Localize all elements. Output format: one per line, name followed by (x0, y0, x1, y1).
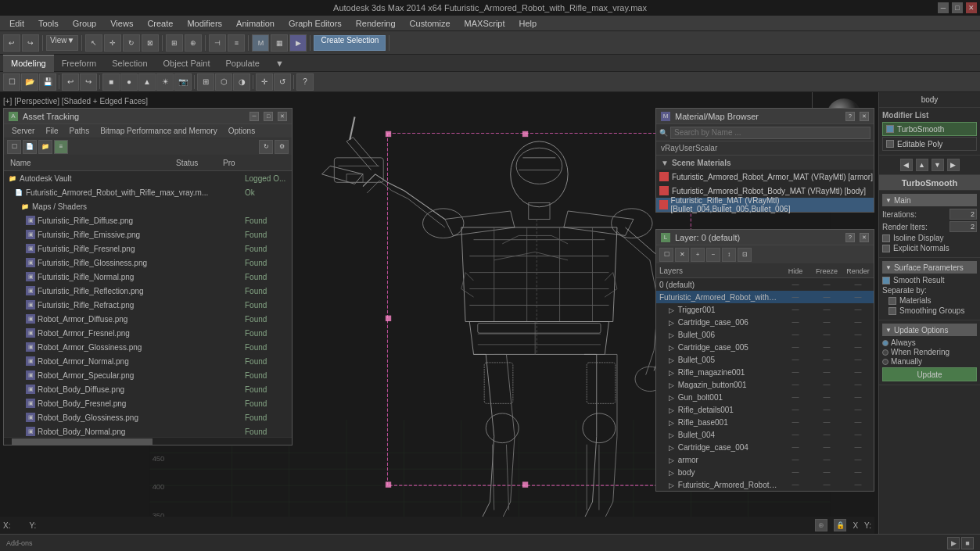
layer-item[interactable]: ▷ Bullet_004 — — — (656, 428, 874, 441)
snap-btn[interactable]: ⊞ (166, 34, 183, 52)
asset-settings-btn[interactable]: ⚙ (275, 140, 289, 154)
menu-item-rendering[interactable]: Rendering (350, 17, 402, 30)
snap2-btn[interactable]: ⊕ (185, 34, 202, 52)
tree-item[interactable]: ▣Robot_Body_Fresnel.pngFound (4, 396, 292, 410)
tree-item[interactable]: ▣Futuristic_Rifle_Fresnel.pngFound (4, 242, 292, 256)
icon-undo[interactable]: ↩ (62, 73, 79, 91)
nav-down-btn[interactable]: ▼ (932, 159, 944, 171)
icon-grid[interactable]: ⊞ (197, 73, 214, 91)
tree-item[interactable]: ▣Robot_Armor_Glossiness.pngFound (4, 340, 292, 354)
tree-item[interactable]: ▣Futuristic_Rifle_Reflection.pngFound (4, 284, 292, 298)
tree-root[interactable]: 📁Autodesk VaultLogged O... (4, 171, 292, 185)
navigate-btn[interactable]: ⊕ (815, 519, 827, 531)
menu-item-tools[interactable]: Tools (32, 17, 65, 30)
filter-dropdown[interactable]: View▼ (46, 35, 78, 51)
nav-left-btn[interactable]: ◀ (900, 159, 913, 171)
stop-btn[interactable]: ■ (961, 537, 974, 549)
tree-item[interactable]: ▣Futuristic_Rifle_Diffuse.pngFound (4, 213, 292, 227)
asset-scrollbar[interactable] (4, 437, 292, 445)
rotate-btn[interactable]: ↻ (123, 34, 140, 52)
asset-panel-maximize[interactable]: □ (264, 112, 273, 121)
asset-menu-bitmap-performance-and-memory[interactable]: Bitmap Performance and Memory (95, 126, 222, 136)
layer-item[interactable]: ▷ Bullet_006 — — — (656, 328, 874, 341)
nav-right-btn[interactable]: ▶ (947, 159, 960, 171)
icon-shaded[interactable]: ◑ (233, 73, 250, 91)
tree-item[interactable]: ▣Futuristic_Rifle_Glossiness.pngFound (4, 256, 292, 270)
nav-controls[interactable]: ▶ ■ (947, 537, 974, 549)
tab-object-paint[interactable]: Object Paint (156, 55, 218, 72)
icon-camera[interactable]: 📷 (174, 73, 192, 91)
icon-rotate2[interactable]: ↺ (274, 73, 291, 91)
isoline-checkbox[interactable] (882, 234, 890, 242)
render-btn[interactable]: ▶ (289, 34, 307, 52)
icon-sphere[interactable]: ● (120, 73, 138, 91)
layer-item[interactable]: 0 (default) — — — (656, 278, 874, 291)
materials-checkbox[interactable] (888, 297, 896, 305)
menu-item-group[interactable]: Group (66, 17, 103, 30)
layer-item[interactable]: ▷ Futuristic_Armored_Robot_with_Rifle — … (656, 478, 874, 491)
redo-btn[interactable]: ↪ (22, 34, 39, 52)
ts-main-toggle[interactable]: ▼ Main (882, 194, 977, 206)
window-controls[interactable]: ─ □ ✕ (938, 2, 977, 13)
asset-panel-minimize[interactable]: ─ (249, 112, 259, 121)
move-btn[interactable]: ✛ (104, 34, 121, 52)
layer-add-btn[interactable]: + (691, 248, 705, 262)
asset-panel-close[interactable]: ✕ (278, 112, 287, 121)
menu-item-edit[interactable]: Edit (3, 17, 31, 30)
material-panel-close[interactable]: ✕ (860, 112, 869, 121)
material-search-input[interactable] (670, 127, 871, 139)
tree-item[interactable]: ▣Robot_Armor_Diffuse.pngFound (4, 312, 292, 326)
tree-item[interactable]: ▣Robot_Armor_Normal.pngFound (4, 354, 292, 368)
icon-cone[interactable]: ▲ (138, 73, 156, 91)
material-section-title[interactable]: ▼ Scene Materials (656, 156, 874, 170)
tab-selection[interactable]: Selection (104, 55, 155, 72)
material-btn[interactable]: M (252, 34, 269, 52)
mirror-btn[interactable]: ⊣ (209, 34, 226, 52)
asset-menu-server[interactable]: Server (7, 126, 39, 136)
radio-when-rendering[interactable]: When Rendering (882, 348, 977, 356)
layer-remove-btn[interactable]: − (706, 248, 720, 262)
menu-item-help[interactable]: Help (513, 17, 544, 30)
align-btn[interactable]: ≡ (228, 34, 245, 52)
icon-box[interactable]: ■ (102, 73, 120, 91)
layer-item[interactable]: ▷ Magazin_button001 — — — (656, 378, 874, 391)
modifier-turbosmoothm[interactable]: TurboSmooth (882, 122, 977, 136)
render-iter-input[interactable] (949, 221, 977, 232)
layer-item[interactable]: ▷ Gun_bolt001 — — — (656, 391, 874, 403)
layer-delete-btn[interactable]: ✕ (675, 248, 689, 262)
asset-scrollbar-thumb[interactable] (12, 438, 153, 445)
surface-toggle[interactable]: ▼ Surface Parameters (882, 261, 977, 274)
icon-save[interactable]: 💾 (39, 73, 56, 91)
menu-item-customize[interactable]: Customize (404, 17, 457, 30)
tree-item[interactable]: ▣Futuristic_Rifle_Emissive.pngFound (4, 227, 292, 242)
menu-item-modifiers[interactable]: Modifiers (181, 17, 228, 30)
select-btn[interactable]: ↖ (85, 34, 102, 52)
scale-btn[interactable]: ⊠ (142, 34, 159, 52)
icon-new[interactable]: ☐ (3, 73, 20, 91)
icon-light[interactable]: ☀ (156, 73, 174, 91)
tree-file[interactable]: 📄Futuristic_Armored_Robot_with_Rifle_max… (4, 185, 292, 199)
icon-move[interactable]: ✛ (256, 73, 273, 91)
layer-item[interactable]: ▷ Rifle_base001 — — — (656, 416, 874, 428)
menu-item-graph-editors[interactable]: Graph Editors (282, 17, 348, 30)
layer-item[interactable]: ▷ Cartridge_case_004 — — — (656, 441, 874, 453)
nav-up-btn[interactable]: ▲ (916, 159, 928, 171)
menu-item-create[interactable]: Create (141, 17, 179, 30)
play-btn[interactable]: ▶ (947, 537, 960, 549)
tab-▼[interactable]: ▼ (267, 55, 292, 72)
smoothing-groups-checkbox[interactable] (888, 307, 896, 315)
tab-populate[interactable]: Populate (217, 55, 267, 72)
update-options-toggle[interactable]: ▼ Update Options (882, 324, 977, 336)
layer-panel-help[interactable]: ? (845, 233, 855, 242)
modifier-editable-poly[interactable]: Editable Poly (882, 137, 977, 151)
asset-toolbar-btn2[interactable]: 📄 (23, 140, 37, 154)
radio-always[interactable]: Always (882, 338, 977, 347)
layer-item[interactable]: Futuristic_Armored_Robot_with_Rifle — — … (656, 291, 874, 303)
tree-item[interactable]: ▣Robot_Armor_Fresnel.pngFound (4, 326, 292, 340)
icon-open[interactable]: 📂 (21, 73, 38, 91)
layer-select-btn[interactable]: ↕ (722, 248, 736, 262)
layer-item[interactable]: ▷ Rifle_details001 — — — (656, 403, 874, 416)
layer-highlight-btn[interactable]: ⊡ (738, 248, 752, 262)
layer-item[interactable]: ▷ Bullet_005 — — — (656, 353, 874, 366)
asset-menu-file[interactable]: File (41, 126, 63, 136)
